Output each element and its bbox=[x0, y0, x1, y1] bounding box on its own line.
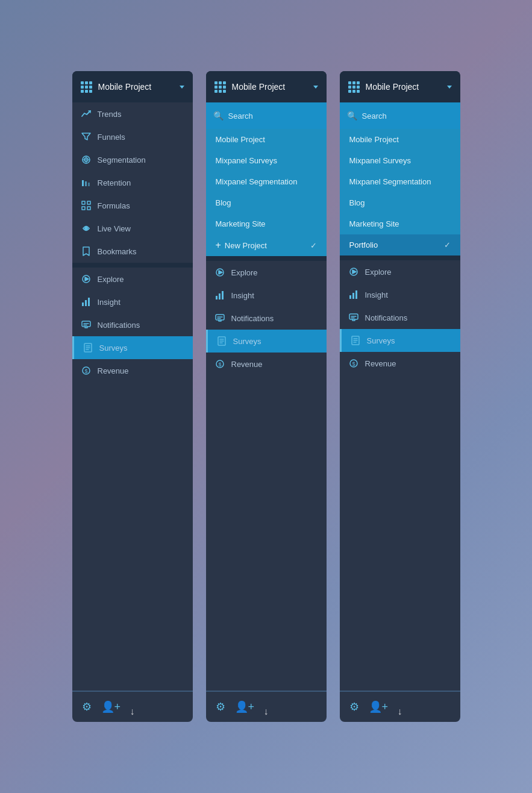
svg-rect-18 bbox=[88, 298, 90, 306]
formulas-label: Formulas bbox=[98, 201, 130, 210]
project-list-3: Mobile Project Mixpanel Surveys Mixpanel… bbox=[340, 129, 460, 255]
new-project-label-2: New Project bbox=[225, 241, 267, 250]
notifications-icon-2 bbox=[214, 313, 225, 324]
nav-item-notifications-1[interactable]: Notifications bbox=[72, 313, 193, 336]
cursor-1: ↓ bbox=[130, 706, 135, 717]
project-item-surveys-3[interactable]: Mixpanel Surveys bbox=[340, 150, 460, 171]
nav-item-notifications-2[interactable]: Notifications bbox=[206, 307, 327, 330]
svg-text:$: $ bbox=[218, 362, 221, 368]
insight-label-3: Insight bbox=[365, 290, 388, 299]
header-title-3: Mobile Project bbox=[366, 82, 441, 92]
sidebar-header-3[interactable]: Mobile Project bbox=[340, 71, 460, 102]
add-user-icon-1[interactable]: 👤+ bbox=[101, 700, 121, 713]
live-view-label: Live View bbox=[98, 224, 131, 233]
nav-item-surveys-2[interactable]: Surveys bbox=[206, 330, 327, 353]
project-item-surveys[interactable]: Mixpanel Surveys bbox=[206, 150, 327, 171]
explore-icon-2 bbox=[214, 267, 225, 278]
svg-rect-30 bbox=[216, 296, 217, 299]
nav-item-explore-1[interactable]: Explore bbox=[72, 268, 193, 290]
cursor-3: ↓ bbox=[398, 706, 402, 717]
nav-item-revenue-1[interactable]: $ Revenue bbox=[72, 359, 193, 382]
svg-rect-8 bbox=[88, 183, 90, 186]
sidebar-3: Mobile Project 🔍 Search Mobile Project M… bbox=[340, 71, 460, 722]
nav-item-surveys-3[interactable]: Surveys bbox=[340, 329, 460, 352]
search-icon-3: 🔍 bbox=[347, 111, 357, 121]
project-item-blog[interactable]: Blog bbox=[206, 192, 327, 213]
add-user-icon-3[interactable]: 👤+ bbox=[369, 700, 389, 713]
nav-item-retention[interactable]: Retention bbox=[72, 171, 193, 194]
retention-icon bbox=[81, 177, 92, 188]
search-bar-2[interactable]: 🔍 Search bbox=[206, 102, 327, 129]
search-text-2: Search bbox=[228, 111, 253, 121]
svg-marker-43 bbox=[352, 270, 356, 274]
project-item-segmentation-3[interactable]: Mixpanel Segmentation bbox=[340, 171, 460, 192]
search-bar-3[interactable]: 🔍 Search bbox=[340, 102, 460, 129]
settings-icon-1[interactable]: ⚙ bbox=[82, 700, 92, 713]
notifications-icon-1 bbox=[81, 319, 92, 330]
nav-item-funnels[interactable]: Funnels bbox=[72, 125, 193, 148]
settings-icon-2[interactable]: ⚙ bbox=[216, 700, 225, 713]
revenue-label-2: Revenue bbox=[231, 360, 263, 369]
nav-item-formulas[interactable]: Formulas bbox=[72, 194, 193, 217]
nav-item-insight-3[interactable]: Insight bbox=[340, 283, 460, 306]
surveys-label-1: Surveys bbox=[99, 343, 128, 353]
nav-item-trends[interactable]: Trends bbox=[72, 102, 193, 125]
header-title-2: Mobile Project bbox=[232, 82, 307, 92]
live-view-icon bbox=[81, 223, 92, 234]
section-divider-1 bbox=[72, 263, 193, 268]
nav-item-live-view[interactable]: Live View bbox=[72, 217, 193, 240]
notifications-label-2: Notifications bbox=[231, 314, 274, 323]
svg-rect-32 bbox=[222, 291, 224, 299]
nav-item-revenue-3[interactable]: $ Revenue bbox=[340, 352, 460, 375]
nav-section-2: Explore Insight bbox=[206, 261, 327, 375]
new-project-row-2[interactable]: + New Project ✓ bbox=[206, 234, 327, 256]
svg-rect-9 bbox=[82, 201, 85, 204]
nav-item-notifications-3[interactable]: Notifications bbox=[340, 306, 460, 329]
project-item-mobile-3[interactable]: Mobile Project bbox=[340, 129, 460, 150]
nav-item-revenue-2[interactable]: $ Revenue bbox=[206, 353, 327, 375]
svg-rect-16 bbox=[82, 302, 84, 306]
segmentation-icon bbox=[81, 154, 92, 165]
portfolio-label-left: Portfolio bbox=[349, 240, 378, 249]
explore-label-2: Explore bbox=[231, 268, 258, 277]
project-item-marketing[interactable]: Marketing Site bbox=[206, 213, 327, 234]
retention-label: Retention bbox=[98, 178, 131, 187]
svg-rect-45 bbox=[352, 293, 354, 299]
revenue-label-3: Revenue bbox=[365, 359, 396, 368]
svg-rect-31 bbox=[219, 293, 221, 299]
chevron-down-icon-3[interactable] bbox=[447, 86, 452, 89]
trends-label: Trends bbox=[98, 110, 122, 119]
sidebar-header-1[interactable]: Mobile Project bbox=[72, 71, 193, 102]
chevron-down-icon-2[interactable] bbox=[313, 86, 318, 89]
project-item-mobile[interactable]: Mobile Project bbox=[206, 129, 327, 150]
insight-label-2: Insight bbox=[231, 291, 254, 300]
revenue-label-1: Revenue bbox=[98, 366, 129, 375]
sidebars-container: Mobile Project Trends bbox=[72, 71, 460, 722]
svg-rect-7 bbox=[85, 181, 87, 186]
project-item-segmentation[interactable]: Mixpanel Segmentation bbox=[206, 171, 327, 192]
explore-icon-3 bbox=[348, 266, 359, 277]
insight-icon-1 bbox=[81, 296, 92, 307]
add-user-icon-2[interactable]: 👤+ bbox=[235, 700, 255, 713]
nav-item-insight-2[interactable]: Insight bbox=[206, 284, 327, 307]
project-item-marketing-3[interactable]: Marketing Site bbox=[340, 213, 460, 234]
project-item-blog-3[interactable]: Blog bbox=[340, 192, 460, 213]
nav-item-bookmarks[interactable]: Bookmarks bbox=[72, 240, 193, 263]
portfolio-selected-row[interactable]: Portfolio ✓ bbox=[340, 234, 460, 255]
surveys-label-2: Surveys bbox=[233, 337, 261, 346]
revenue-icon-3: $ bbox=[348, 358, 359, 369]
chevron-down-icon-1[interactable] bbox=[180, 86, 184, 89]
notifications-label-1: Notifications bbox=[98, 321, 140, 330]
nav-item-explore-3[interactable]: Explore bbox=[340, 260, 460, 283]
notifications-label-3: Notifications bbox=[365, 313, 408, 322]
settings-icon-3[interactable]: ⚙ bbox=[349, 700, 359, 713]
surveys-icon-3 bbox=[350, 335, 361, 346]
nav-item-surveys-1[interactable]: Surveys bbox=[72, 336, 193, 359]
nav-item-explore-2[interactable]: Explore bbox=[206, 261, 327, 284]
notifications-icon-3 bbox=[348, 312, 359, 323]
svg-rect-12 bbox=[87, 207, 90, 210]
nav-item-segmentation[interactable]: Segmentation bbox=[72, 148, 193, 171]
sidebar-header-2[interactable]: Mobile Project bbox=[206, 71, 327, 102]
nav-item-insight-1[interactable]: Insight bbox=[72, 290, 193, 313]
nav-section-3: Explore Insight bbox=[340, 260, 460, 375]
